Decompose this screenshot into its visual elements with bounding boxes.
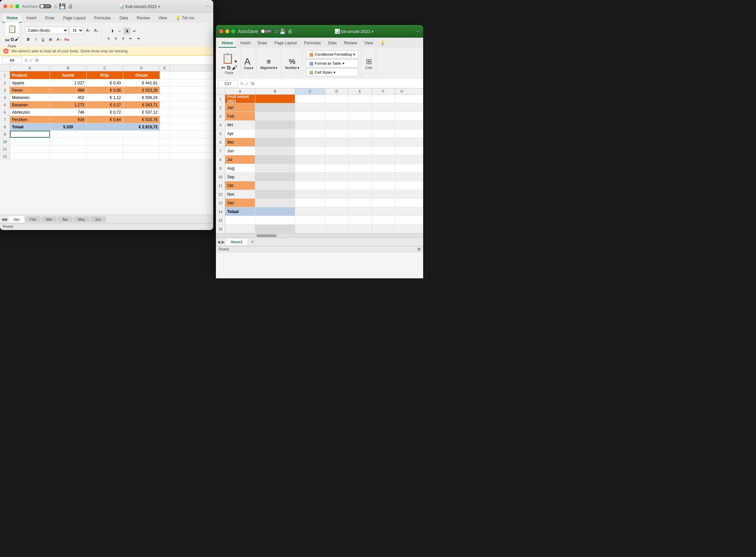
- paste-dropdown-2[interactable]: ▾: [235, 59, 237, 64]
- alignment-chevron-2[interactable]: ▾: [276, 66, 277, 70]
- tab-pagelayout-2[interactable]: Page Layout: [271, 39, 300, 48]
- cell-2-D10[interactable]: [325, 173, 349, 181]
- cell-2-C10[interactable]: [295, 173, 325, 181]
- font-color-btn-1[interactable]: A▬: [63, 36, 70, 43]
- cell-2-B13[interactable]: [255, 199, 295, 207]
- cell-A4-1[interactable]: Meloenen: [10, 94, 50, 101]
- cell-D9-1[interactable]: [123, 131, 160, 138]
- tab-review-1[interactable]: Review: [132, 14, 154, 23]
- cell-2-A6[interactable]: Mei: [225, 138, 255, 146]
- print-icon-1[interactable]: 🖨: [68, 3, 73, 9]
- cell-D2-1[interactable]: € 441,61: [123, 79, 160, 86]
- cell-B3-1[interactable]: 988: [50, 87, 87, 94]
- cell-2-E12[interactable]: [349, 190, 372, 198]
- borders-btn-1[interactable]: ⊞: [47, 36, 54, 43]
- cell-2-G13[interactable]: [395, 199, 409, 207]
- cell-2-E7[interactable]: [349, 147, 372, 155]
- cell-2-E8[interactable]: [349, 155, 372, 164]
- tab-tellme-2[interactable]: 💡: [377, 39, 389, 48]
- align-left-btn-1[interactable]: ≡: [105, 35, 112, 42]
- cell-2-A11[interactable]: Okt: [225, 181, 255, 190]
- cell-2-G14[interactable]: [395, 207, 409, 216]
- col-header-A-1[interactable]: A: [10, 65, 50, 71]
- cell-2-G11[interactable]: [395, 181, 409, 190]
- cell-2-C12[interactable]: [295, 190, 325, 198]
- cell-2-G3[interactable]: [395, 112, 409, 120]
- cell-reference-1[interactable]: [2, 57, 22, 64]
- cell-2-C8[interactable]: [295, 155, 325, 164]
- align-center-btn-1[interactable]: ≡: [113, 35, 119, 42]
- cell-2-D12[interactable]: [325, 190, 349, 198]
- tab-insert-1[interactable]: Insert: [22, 14, 40, 23]
- cell-2-G2[interactable]: [395, 103, 409, 112]
- cell-B8-1[interactable]: 5.320: [50, 123, 87, 130]
- cell-B12-1[interactable]: [50, 153, 87, 160]
- prev-sheet-btn-1[interactable]: ◀: [1, 217, 4, 222]
- cell-C11-1[interactable]: [87, 145, 123, 152]
- cell-2-C4[interactable]: [295, 121, 325, 129]
- tab-data-2[interactable]: Data: [325, 39, 340, 48]
- cell-2-E4[interactable]: [349, 121, 372, 129]
- cell-B10-1[interactable]: [50, 138, 87, 145]
- underline-btn-1[interactable]: U: [40, 36, 46, 43]
- cell-2-G15[interactable]: [395, 216, 409, 224]
- cell-2-E14[interactable]: [349, 207, 372, 216]
- cell-A5-1[interactable]: Bananen: [10, 101, 50, 108]
- cell-2-C1[interactable]: [295, 95, 325, 103]
- cell-2-F4[interactable]: [372, 121, 395, 129]
- cell-A8-1[interactable]: Totaal: [10, 123, 50, 130]
- tab-data-1[interactable]: Data: [116, 14, 132, 23]
- col-header-E-1[interactable]: E: [160, 65, 170, 71]
- sheet-tab-jan-1[interactable]: Jan: [9, 216, 24, 222]
- view-toggle-2[interactable]: ⊞: [418, 247, 421, 251]
- cell-E2-1[interactable]: [160, 79, 170, 86]
- cell-2-F12[interactable]: [372, 190, 395, 198]
- tab-draw-2[interactable]: Draw: [254, 39, 270, 48]
- cell-2-G1[interactable]: [395, 95, 409, 103]
- fill-color-btn-1[interactable]: A▬: [56, 36, 63, 43]
- cell-2-C11[interactable]: [295, 181, 325, 190]
- cell-2-B4[interactable]: [255, 121, 295, 129]
- cell-2-G7[interactable]: [395, 147, 409, 155]
- cancel-icon-1[interactable]: ✕: [24, 58, 28, 63]
- cell-2-A7[interactable]: Jun: [225, 147, 255, 155]
- minimize-button-1[interactable]: [9, 4, 13, 8]
- cut-icon-1[interactable]: ✂: [5, 37, 10, 44]
- cell-C10-1[interactable]: [87, 138, 123, 145]
- cell-2-B6[interactable]: [255, 138, 295, 146]
- confirm-icon-1[interactable]: ✓: [29, 58, 33, 63]
- cell-2-B7[interactable]: [255, 147, 295, 155]
- tab-pagelayout-1[interactable]: Page Layout: [59, 14, 89, 23]
- cell-B11-1[interactable]: [50, 145, 87, 152]
- cell-2-A15[interactable]: [225, 216, 255, 224]
- hscroll-2[interactable]: [216, 233, 423, 237]
- align-top-btn-1[interactable]: ⬆: [109, 28, 116, 34]
- cell-reference-2[interactable]: [218, 80, 238, 87]
- maximize-button-1[interactable]: [15, 4, 19, 8]
- cell-2-F6[interactable]: [372, 138, 395, 146]
- autosave-toggle-2[interactable]: OFF: [260, 29, 272, 33]
- cell-2-C7[interactable]: [295, 147, 325, 155]
- cell-E9-1[interactable]: [160, 131, 170, 138]
- cell-2-G9[interactable]: [395, 164, 409, 172]
- cell-2-A9[interactable]: Aug: [225, 164, 255, 172]
- confirm-icon-2[interactable]: ✓: [245, 81, 249, 86]
- cell-2-G6[interactable]: [395, 138, 409, 146]
- cell-2-E1[interactable]: [349, 95, 372, 103]
- cell-A1-1[interactable]: Product: [10, 71, 50, 79]
- cell-2-D4[interactable]: [325, 121, 349, 129]
- cell-2-C16[interactable]: [295, 225, 325, 233]
- align-bottom-btn-1[interactable]: ⬇: [124, 28, 130, 34]
- cell-A12-1[interactable]: [10, 153, 50, 160]
- sheet-tab-jun-1[interactable]: Jun: [90, 216, 105, 222]
- align-right-btn-1[interactable]: ≡: [120, 35, 127, 42]
- cell-2-F15[interactable]: [372, 216, 395, 224]
- cell-2-D9[interactable]: [325, 164, 349, 172]
- cell-2-F1[interactable]: [372, 95, 395, 103]
- print-icon-2[interactable]: 🖨: [287, 28, 293, 35]
- cell-2-G10[interactable]: [395, 173, 409, 181]
- cell-2-C2[interactable]: [295, 103, 325, 112]
- indent-inc-btn-1[interactable]: ⇥: [134, 35, 141, 42]
- cell-C4-1[interactable]: € 1,12: [87, 94, 123, 101]
- cell-2-D14[interactable]: [325, 207, 349, 216]
